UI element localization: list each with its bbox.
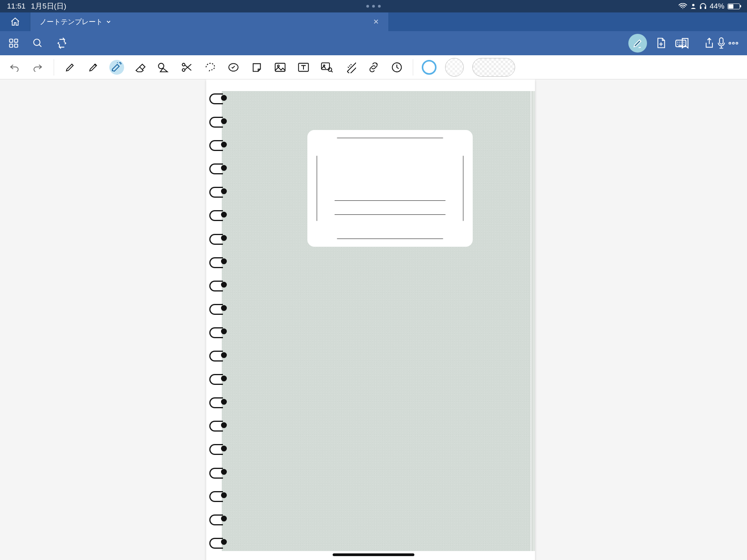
image-search-tool[interactable] [319, 60, 334, 75]
wifi-icon [679, 3, 687, 9]
eraser-tool[interactable] [133, 60, 147, 75]
spiral-ring [209, 140, 227, 149]
spiral-ring [209, 514, 227, 524]
spiral-ring [209, 397, 227, 407]
svg-point-18 [277, 65, 279, 67]
status-date: 1月5日(日) [31, 1, 67, 11]
document-tab[interactable]: ノートテンプレート ✕ [30, 12, 388, 31]
svg-rect-9 [719, 38, 723, 44]
user-icon [690, 3, 696, 9]
svg-rect-4 [14, 39, 18, 42]
main-toolbar [0, 31, 747, 55]
lasso-convert-button[interactable] [55, 37, 68, 50]
spiral-ring [209, 210, 227, 219]
color-swatch-active[interactable] [422, 60, 437, 75]
spiral-ring [209, 491, 227, 500]
spiral-ring [209, 444, 227, 453]
spiral-ring [209, 374, 227, 383]
headphones-icon [700, 3, 707, 9]
close-tab-button[interactable]: ✕ [373, 18, 379, 26]
text-tool[interactable] [296, 60, 311, 75]
redo-button[interactable] [30, 60, 45, 75]
spiral-binding [209, 93, 230, 547]
ruler-tool[interactable] [343, 60, 358, 75]
chevron-down-icon[interactable] [106, 19, 111, 25]
svg-point-12 [736, 42, 738, 44]
clock-tool[interactable] [389, 60, 404, 75]
stamp-tool[interactable] [226, 60, 241, 75]
status-right: 44% [679, 2, 740, 11]
spiral-ring [209, 421, 227, 430]
spiral-ring [209, 187, 227, 196]
shape-tool[interactable] [156, 60, 171, 75]
svg-rect-1 [700, 7, 701, 9]
home-indicator[interactable] [333, 553, 414, 556]
undo-button[interactable] [7, 60, 22, 75]
highlighter-tool[interactable] [109, 60, 124, 75]
spiral-ring [209, 468, 227, 477]
status-bar: 11:51 1月5日(日) 44% [0, 0, 747, 12]
spiral-ring [209, 257, 227, 267]
svg-point-0 [692, 4, 694, 6]
cut-tool[interactable] [179, 60, 194, 75]
svg-rect-2 [705, 7, 706, 9]
tool-toolbar [0, 55, 747, 79]
tab-title: ノートテンプレート [40, 17, 103, 26]
spiral-ring [209, 234, 227, 243]
multitask-dots[interactable] [366, 5, 381, 8]
svg-point-15 [182, 63, 185, 66]
svg-point-11 [733, 42, 735, 44]
search-button[interactable] [31, 37, 44, 50]
spiral-ring [209, 304, 227, 313]
apps-grid-button[interactable] [7, 37, 20, 50]
home-button[interactable] [0, 12, 30, 31]
pencil-tool[interactable] [86, 60, 101, 75]
spiral-ring [209, 538, 227, 547]
spiral-ring [209, 327, 227, 337]
svg-rect-3 [10, 39, 13, 42]
image-tool[interactable] [273, 60, 288, 75]
tab-bar: ノートテンプレート ✕ [0, 12, 747, 31]
status-time: 11:51 [7, 2, 26, 11]
notebook-label [307, 130, 473, 247]
svg-rect-6 [14, 44, 18, 47]
canvas-area[interactable] [0, 79, 747, 560]
svg-point-14 [182, 68, 185, 71]
pen-mode-button[interactable] [628, 34, 647, 53]
color-swatch-transparent[interactable] [445, 58, 464, 77]
svg-point-7 [34, 39, 40, 46]
keyboard-button[interactable] [674, 37, 687, 50]
status-left: 11:51 1月5日(日) [7, 1, 66, 11]
link-tool[interactable] [366, 60, 381, 75]
battery-icon [728, 4, 740, 9]
notebook-cover [222, 91, 535, 551]
spiral-ring [209, 351, 227, 360]
lasso-tool[interactable] [203, 60, 217, 75]
more-button[interactable] [727, 37, 740, 50]
svg-point-10 [729, 42, 731, 44]
microphone-button[interactable] [715, 37, 728, 50]
svg-rect-17 [275, 63, 285, 71]
spiral-ring [209, 163, 227, 173]
color-swatch-wide[interactable] [472, 58, 515, 77]
battery-percentage: 44% [710, 2, 724, 11]
sticky-note-tool[interactable] [249, 60, 264, 75]
pen-tool[interactable] [63, 60, 77, 75]
svg-rect-5 [10, 44, 13, 47]
spiral-ring [209, 117, 227, 126]
page[interactable] [206, 79, 535, 560]
spiral-ring [209, 93, 227, 103]
spiral-ring [209, 281, 227, 290]
